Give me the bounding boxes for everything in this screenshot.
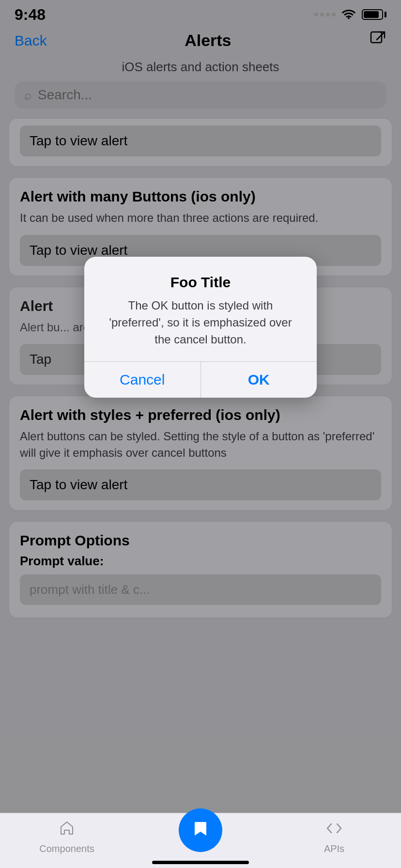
alert-ok-button[interactable]: OK <box>201 362 317 398</box>
alert-dialog: Foo Title The OK button is styled with '… <box>84 257 317 398</box>
alert-buttons: Cancel OK <box>84 362 317 398</box>
house-icon <box>59 820 75 840</box>
tab-apis-label: APIs <box>324 843 344 854</box>
tab-center <box>134 823 267 852</box>
tab-components[interactable]: Components <box>0 820 134 854</box>
code-icon <box>326 820 342 840</box>
tab-components-label: Components <box>39 843 94 854</box>
bookmark-icon <box>191 818 210 842</box>
tab-apis[interactable]: APIs <box>267 820 401 854</box>
alert-title: Foo Title <box>100 274 301 291</box>
alert-message: The OK button is styled with 'preferred'… <box>100 297 301 348</box>
fab-button[interactable] <box>179 808 222 852</box>
tab-bar: Components APIs <box>0 813 401 868</box>
alert-content: Foo Title The OK button is styled with '… <box>84 257 317 361</box>
alert-overlay: Foo Title The OK button is styled with '… <box>0 0 401 868</box>
alert-cancel-button[interactable]: Cancel <box>84 362 200 398</box>
home-indicator <box>152 861 249 864</box>
